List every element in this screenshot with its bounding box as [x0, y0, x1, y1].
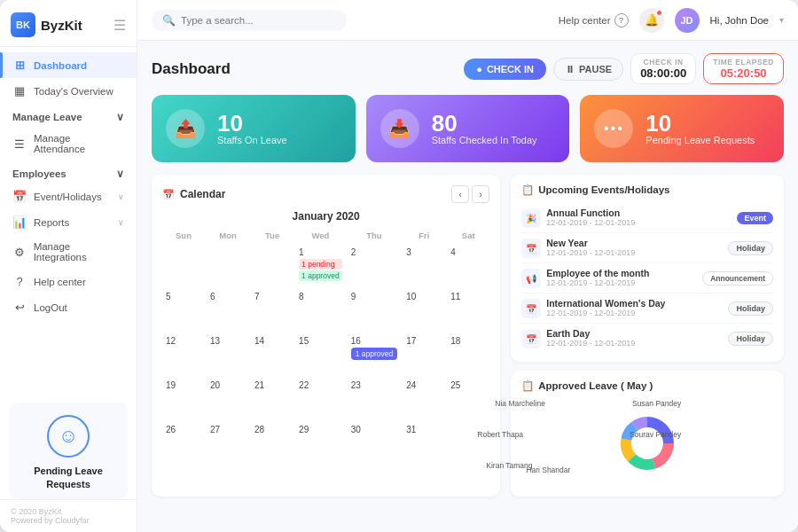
dashboard-area: Dashboard ● CHECK IN ⏸ PAUSE CHECK IN 08… [137, 41, 798, 532]
sidebar-item-logout[interactable]: ↩ LogOut [0, 294, 137, 320]
calendar-cell[interactable]: 3 [403, 245, 445, 287]
sidebar-item-reports[interactable]: 📊 Reports ∨ [0, 209, 137, 235]
sidebar-item-events[interactable]: 📅 Event/Holidays ∨ [0, 184, 137, 209]
events-list: 🎉 Annual Function 12-01-2019 - 12-01-201… [521, 203, 773, 353]
event-name: Earth Day [546, 328, 635, 339]
nav-section-manage-leave[interactable]: Manage Leave ∨ [0, 104, 137, 127]
calendar-cell[interactable]: 161 approved [348, 333, 402, 376]
event-badge: Holiday [728, 332, 773, 346]
calendar-cell[interactable]: 6 [207, 289, 249, 332]
event-row[interactable]: 📅 Earth Day 12-01-2019 - 12-01-2019 Holi… [521, 324, 773, 353]
sidebar-item-help[interactable]: ? Help center [0, 269, 137, 294]
help-icon: ? [12, 275, 27, 288]
calendar-cell[interactable]: 27 [207, 422, 249, 465]
sidebar-item-label: Dashboard [34, 60, 87, 71]
event-icon: 📢 [521, 269, 541, 288]
event-badge: Holiday [728, 301, 773, 316]
sidebar-item-label: Today's Overview [34, 86, 113, 97]
event-badge: Event [737, 212, 773, 224]
calendar-cell[interactable] [207, 245, 249, 287]
sidebar: BK ByzKit ☰ ⊞ Dashboard ▦ Today's Overvi… [0, 0, 137, 532]
calendar-cell[interactable]: 10 [403, 289, 445, 332]
calendar-cell[interactable]: 31 [403, 422, 445, 465]
checkin-time-box: CHECK IN 08:00:00 [630, 53, 696, 84]
sidebar-item-integrations[interactable]: ⚙ Manage Integrations [0, 235, 137, 269]
stat-card-staffs-on-leave[interactable]: 📤 10 Staffs On Leave [152, 95, 356, 162]
calendar-cell[interactable]: 22 [295, 378, 346, 420]
calendar-cell[interactable]: 17 [403, 333, 445, 376]
calendar-cell[interactable]: 11 [447, 289, 489, 332]
calendar-cell[interactable]: 26 [162, 422, 205, 465]
stat-card-staffs-checked-in[interactable]: 📥 80 Staffs Checked In Today [366, 95, 570, 162]
event-row[interactable]: 🎉 Annual Function 12-01-2019 - 12-01-201… [521, 203, 773, 233]
search-box[interactable]: 🔍 [152, 10, 347, 31]
elapsed-time-box: TIME ELAPSED 05:20:50 [703, 53, 784, 84]
reports-icon: 📊 [12, 215, 27, 229]
calendar-cell[interactable]: 2 [348, 245, 402, 287]
calendar-cell[interactable]: 18 [447, 333, 489, 376]
calendar-grid: SunMonTueWedThuFriSat11 pending1 approve… [162, 228, 489, 465]
event-row[interactable]: 📅 New Year 12-01-2019 - 12-01-2019 Holid… [521, 233, 773, 263]
sidebar-item-manage-attendance[interactable]: ☰ Manage Attendance [0, 127, 137, 160]
calendar-event[interactable]: 1 approved [299, 270, 342, 281]
event-date: 12-01-2019 - 12-01-2019 [546, 248, 635, 257]
pause-button[interactable]: ⏸ PAUSE [553, 58, 623, 81]
calendar-cell[interactable]: 11 pending1 approved [295, 245, 346, 287]
calendar-cell[interactable]: 15 [295, 333, 346, 376]
user-dropdown-icon[interactable]: ▾ [779, 15, 784, 25]
calendar-cell[interactable]: 30 [348, 422, 402, 465]
sidebar-item-label: Help center [34, 277, 86, 287]
notifications-button[interactable]: 🔔 [639, 8, 664, 33]
calendar-cell[interactable]: 5 [162, 289, 205, 332]
calendar-cell[interactable]: 13 [207, 333, 249, 376]
help-center-link[interactable]: Help center ? [559, 13, 629, 27]
calendar-day-name: Sat [447, 228, 489, 243]
hamburger-icon[interactable]: ☰ [113, 17, 126, 34]
calendar-cell[interactable]: 9 [348, 289, 402, 332]
calendar-cell[interactable]: 21 [251, 378, 293, 420]
cal-next-button[interactable]: › [472, 185, 489, 203]
approved-leave-section: 📋 Approved Leave ( May ) Nia MarchelineS… [511, 371, 784, 497]
approved-leave-title: 📋 Approved Leave ( May ) [521, 379, 773, 392]
event-date: 12-01-2019 - 12-01-2019 [546, 218, 635, 227]
calendar-cell[interactable]: 7 [251, 289, 293, 332]
calendar-cell[interactable] [251, 245, 293, 287]
sidebar-item-dashboard[interactable]: ⊞ Dashboard [0, 52, 137, 78]
topbar-right: Help center ? 🔔 JD Hi, John Doe ▾ [559, 8, 784, 33]
calendar-cell[interactable]: 29 [295, 422, 346, 465]
calendar-cell[interactable] [162, 245, 205, 287]
search-input[interactable] [181, 15, 336, 26]
cal-prev-button[interactable]: ‹ [451, 185, 469, 203]
attendance-icon: ☰ [12, 137, 27, 151]
stat-card-pending-leave[interactable]: ••• 10 Pending Leave Requests [580, 95, 784, 162]
checkin-button[interactable]: ● CHECK IN [464, 59, 546, 80]
logout-icon: ↩ [12, 301, 27, 314]
pause-icon: ⏸ [565, 64, 575, 74]
pending-leave-label: Pending Leave Requests [18, 465, 119, 490]
event-date: 12-01-2019 - 12-01-2019 [546, 339, 635, 348]
calendar-cell[interactable]: 20 [207, 378, 249, 420]
calendar-cell[interactable]: 19 [162, 378, 205, 420]
calendar-section: 📅 Calendar ‹ › January 2020 SunMonTueWed… [152, 175, 500, 497]
calendar-cell[interactable] [447, 422, 489, 465]
sidebar-item-todays-overview[interactable]: ▦ Today's Overview [0, 78, 137, 104]
event-row[interactable]: 📢 Employee of the month 12-01-2019 - 12-… [521, 263, 773, 293]
nav-section-employees[interactable]: Employees ∨ [0, 160, 137, 184]
calendar-cell[interactable]: 14 [251, 333, 293, 376]
calendar-cell[interactable]: 4 [447, 245, 489, 287]
calendar-event[interactable]: 1 approved [351, 348, 398, 360]
overview-icon: ▦ [12, 84, 27, 98]
events-section: 📋 Upcoming Events/Holidays 🎉 Annual Func… [511, 175, 784, 362]
calendar-cell[interactable]: 12 [162, 333, 205, 376]
calendar-event[interactable]: 1 pending [299, 259, 342, 270]
donut-segment [647, 417, 674, 443]
search-icon: 🔍 [162, 14, 176, 27]
calendar-cell[interactable]: 25 [447, 378, 489, 420]
calendar-cell[interactable]: 24 [403, 378, 445, 420]
calendar-cell[interactable]: 23 [348, 378, 402, 420]
calendar-cell[interactable]: 8 [295, 289, 346, 332]
calendar-cell[interactable]: 28 [251, 422, 293, 465]
sidebar-nav: ⊞ Dashboard ▦ Today's Overview Manage Le… [0, 47, 137, 394]
sidebar-item-label: Manage Integrations [34, 241, 124, 262]
event-row[interactable]: 📅 International Women's Day 12-01-2019 -… [521, 293, 773, 324]
